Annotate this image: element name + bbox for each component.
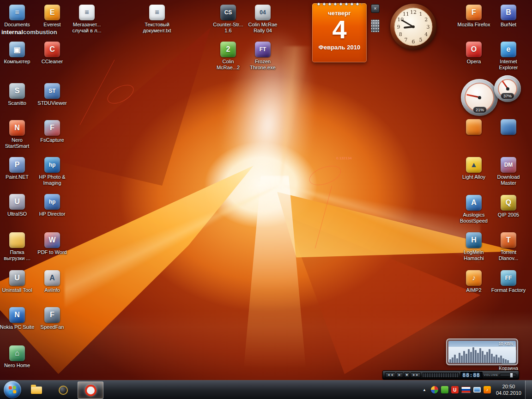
desktop-icon-frozen-throne[interactable]: FTFrozen Throne.exe: [245, 42, 281, 71]
media-prev-button[interactable]: ◄◄: [385, 372, 395, 378]
hidden-icons-arrow[interactable]: ▲: [419, 388, 429, 392]
network-bar: [500, 356, 502, 363]
cpu-meter-gadget[interactable]: 21% 37%: [461, 75, 523, 119]
volume-label: VOLUME: [484, 374, 498, 376]
tray-flag-ru-icon[interactable]: [461, 387, 471, 393]
clock-gadget[interactable]: 123456789101112: [389, 3, 437, 51]
desktop-icon-aviinfo[interactable]: AAviInfo: [34, 270, 70, 293]
network-bar: [461, 356, 463, 363]
media-stop-button[interactable]: ■: [404, 372, 410, 378]
desktop-icon-upload-folder[interactable]: Папка выгрузки ...: [0, 232, 35, 261]
desktop-icon-megazachet-doc[interactable]: ≡Мегазачет... случай в л...: [69, 5, 105, 34]
svg-text:12: 12: [410, 9, 417, 15]
desktop-icon-download-master[interactable]: DMDownload Master: [490, 157, 526, 186]
desktop-icon-pdf-to-word[interactable]: WPDF to Word: [34, 232, 70, 255]
desktop-icon-counter-strike-16[interactable]: CSCounter-Str... 1.6: [210, 5, 246, 34]
taskbar-button-aimp[interactable]: [51, 382, 76, 399]
calendar-month: Февраль 2010: [312, 44, 367, 51]
desktop-icon-qip-2005[interactable]: QQIP 2005: [490, 195, 526, 218]
media-next-button[interactable]: ►►: [411, 372, 421, 378]
desktop-icon-documents[interactable]: ≡Documents: [0, 5, 35, 28]
desktop-icon-colin-mcrae-rally-04[interactable]: 04Colin McRae Rally 04: [245, 5, 281, 34]
desktop-icon-nokia-pc-suite[interactable]: NNokia PC Suite: [0, 307, 35, 330]
desktop-icon-label: Paint.NET: [0, 174, 35, 180]
desktop-icon-ultraiso[interactable]: UUltraISO: [0, 194, 35, 217]
network-monitor-gadget[interactable]: 10 KB/s: [446, 339, 518, 365]
taskbar-button-explorer[interactable]: [24, 382, 49, 399]
desktop-icon-speedfan[interactable]: FSpeedFan: [34, 307, 70, 330]
desktop-icon-nero-home[interactable]: ⌂Nero Home: [0, 345, 35, 369]
volume-slider-thumb[interactable]: [510, 373, 513, 378]
show-desktop-button[interactable]: [525, 381, 532, 399]
media-track[interactable]: [422, 373, 459, 378]
start-button[interactable]: [4, 381, 21, 399]
desktop: 0.132134 internalcombustion ≡DocumentsEE…: [0, 0, 532, 399]
desktop-icon-label: HP Director: [34, 211, 70, 217]
desktop-icon-paint-net[interactable]: PPaint.NET: [0, 157, 35, 180]
network-bar: [454, 355, 456, 363]
network-bar: [475, 350, 477, 363]
taskbar-buttons: [23, 381, 104, 399]
tray-pinwheel-icon[interactable]: [431, 386, 438, 393]
svg-text:4: 4: [424, 31, 428, 37]
desktop-icon-torrent-folder[interactable]: TTorrent Dlanov...: [490, 232, 526, 261]
desktop-icon-colin-mcrae-2[interactable]: 2Colin McRae...2: [210, 42, 246, 71]
tray-clock[interactable]: 20:50 04.02.2010: [492, 383, 525, 397]
desktop-icon-burnet[interactable]: BBurNet: [490, 5, 526, 28]
calendar-day: 4: [312, 17, 367, 42]
desktop-icon-label: Мегазачет... случай в л...: [69, 22, 105, 34]
desktop-icon-label: Light Alloy: [456, 174, 492, 180]
megazachet-doc-icon: ≡: [79, 5, 95, 20]
analog-clock-icon: 123456789101112: [389, 3, 437, 51]
desktop-icon-label: Компьютер: [0, 59, 35, 65]
desktop-icon-logmein-hamachi[interactable]: HLogMeIn Hamachi: [456, 232, 492, 261]
desktop-icon-stduviewer[interactable]: STSTDUViewer: [34, 83, 70, 106]
svg-text:1: 1: [419, 11, 423, 17]
calendar-gadget[interactable]: четверг 4 Февраль 2010: [312, 3, 367, 62]
network-bar: [491, 354, 493, 363]
upload-folder-icon: [9, 232, 25, 248]
desktop-icon-light-alloy[interactable]: ▲Light Alloy: [456, 157, 492, 180]
desktop-icon-fscapture[interactable]: FFsCapture: [34, 120, 70, 143]
tray-green-icon[interactable]: [441, 386, 448, 393]
desktop-icon-hp-director[interactable]: hpHP Director: [34, 194, 70, 217]
svg-text:5: 5: [419, 37, 423, 43]
ultraiso-icon: U: [9, 194, 25, 210]
svg-text:8: 8: [399, 31, 402, 37]
desktop-icon-uninstall-tool[interactable]: UUninstall Tool: [0, 270, 35, 293]
desktop-icon-hp-photo-imaging[interactable]: hpHP Photo & Imaging: [34, 157, 70, 186]
gadget-close-icon[interactable]: ×: [371, 4, 380, 13]
pdf-to-word-icon: W: [44, 232, 60, 248]
desktop-icon-unknown-app-1[interactable]: [456, 119, 492, 136]
desktop-icon-nero-startsmart[interactable]: NNero StartSmart: [0, 120, 35, 149]
tray-display-icon[interactable]: [473, 387, 481, 393]
desktop-icon-internet-explorer[interactable]: eInternet Explorer: [490, 42, 526, 71]
media-play-button[interactable]: ►: [396, 372, 403, 378]
desktop-icon-ccleaner[interactable]: CCCleaner: [34, 42, 70, 65]
desktop-icon-computer[interactable]: ▣Компьютер: [0, 42, 35, 65]
desktop-icon-label: CCleaner: [34, 59, 70, 65]
desktop-icon-mozilla-firefox[interactable]: FMozilla Firefox: [456, 5, 492, 28]
desktop-icon-label: Colin McRae Rally 04: [245, 22, 281, 34]
network-bar: [507, 360, 509, 363]
speedfan-icon: F: [44, 307, 60, 323]
desktop-icon-format-factory[interactable]: FFFormat Factory: [490, 270, 526, 293]
desktop-icon-unknown-app-2[interactable]: [490, 119, 526, 136]
desktop-icon-scanitto[interactable]: SScanitto: [0, 83, 35, 106]
logmein-hamachi-icon: H: [466, 232, 482, 248]
gadget-drag-handle[interactable]: [371, 19, 380, 32]
desktop-icon-label: SpeedFan: [34, 324, 70, 330]
desktop-icon-label: Nokia PC Suite: [0, 324, 35, 330]
tray-utorrent-icon[interactable]: U: [451, 386, 459, 393]
media-toolbar[interactable]: ◄◄►■►► 88:88 VOLUME: [382, 370, 519, 380]
desktop-icon-opera-shortcut[interactable]: OOpera: [456, 42, 492, 65]
volume-slider[interactable]: [500, 374, 516, 376]
taskbar-button-opera[interactable]: [78, 381, 103, 399]
desktop-icon-text-document[interactable]: ≡Текстовый документ.txt: [139, 5, 175, 34]
network-bar: [466, 354, 467, 363]
desktop-icon-auslogics-boostspeed[interactable]: AAuslogics BoostSpeed: [456, 195, 492, 224]
desktop-icon-aimp2[interactable]: ♪AIMP2: [456, 270, 492, 293]
svg-text:6: 6: [412, 39, 415, 45]
desktop-icon-everest[interactable]: EEverest: [34, 5, 70, 28]
tray-aimp-tray-icon[interactable]: ♪: [484, 386, 491, 393]
